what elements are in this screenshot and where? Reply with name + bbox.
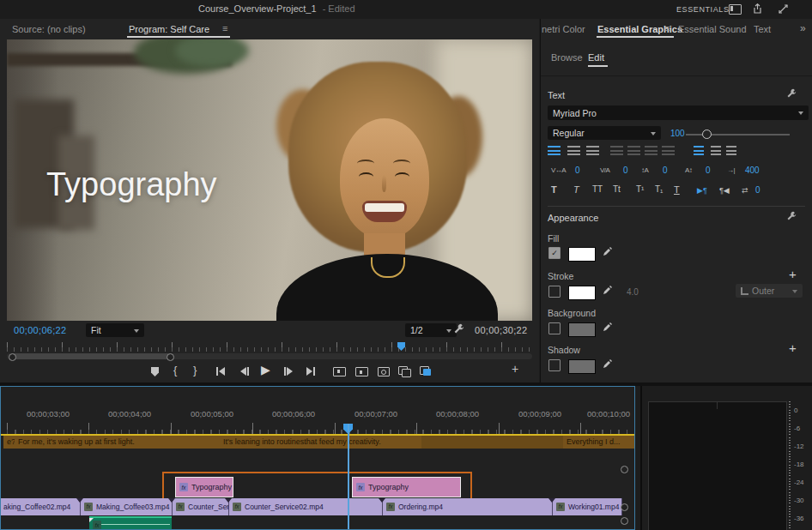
monitor-mini-ruler[interactable] xyxy=(7,342,532,352)
title-overlay-text[interactable]: Typography xyxy=(46,166,217,203)
add-marker-icon[interactable] xyxy=(151,367,159,376)
font-family-dropdown[interactable]: Myriad Pro xyxy=(548,105,809,120)
tab-width-value[interactable]: 400 xyxy=(745,166,760,175)
workspaces-icon[interactable] xyxy=(729,4,742,15)
left-to-right-text-icon[interactable]: ▶¶ xyxy=(697,186,707,195)
button-editor-add-icon[interactable]: + xyxy=(512,362,518,376)
export-frame-icon[interactable] xyxy=(378,367,390,376)
tracking-value[interactable]: 0 xyxy=(575,166,580,175)
zoom-level-dropdown[interactable]: Fit xyxy=(86,323,144,337)
caption-clip[interactable] xyxy=(421,436,566,449)
baseline-shift-value[interactable]: 0 xyxy=(706,166,711,175)
stroke-style-dropdown[interactable]: Outer xyxy=(736,284,803,298)
stroke-color-swatch[interactable] xyxy=(568,286,596,300)
justify-last-right-icon[interactable] xyxy=(645,146,657,155)
align-right-icon[interactable] xyxy=(586,146,599,155)
audio-level-line[interactable] xyxy=(101,524,170,525)
tsume-value[interactable]: 0 xyxy=(755,185,760,195)
comparison-view-icon[interactable] xyxy=(398,366,410,376)
underline-icon[interactable]: T xyxy=(674,184,680,195)
justify-last-center-icon[interactable] xyxy=(627,146,640,155)
mark-in-icon[interactable]: { xyxy=(173,364,177,376)
go-to-in-icon[interactable] xyxy=(216,367,225,376)
background-color-swatch[interactable] xyxy=(568,322,596,337)
caption-clip[interactable]: It's leaning into routinesthat feed my c… xyxy=(220,436,424,449)
current-timecode[interactable]: 00;00;06;22 xyxy=(14,325,66,335)
justify-last-left-icon[interactable] xyxy=(610,146,623,155)
program-video-frame[interactable]: Typography xyxy=(7,39,532,321)
right-to-left-text-icon[interactable]: ¶◀ xyxy=(719,186,730,195)
tab-text[interactable]: Text xyxy=(754,24,771,34)
more-panels-icon[interactable]: » xyxy=(800,22,806,34)
panel-menu-icon[interactable]: ≡ xyxy=(664,23,670,33)
video-clip[interactable]: fx Working01.mp4 xyxy=(553,498,622,515)
font-size-value[interactable]: 100 xyxy=(670,129,685,138)
appearance-settings-wrench-icon[interactable] xyxy=(786,211,797,221)
graphic-clip-typography[interactable]: fx Typography xyxy=(352,477,461,497)
superscript-icon[interactable]: T¹ xyxy=(636,184,644,194)
faux-bold-icon[interactable]: T xyxy=(551,184,557,195)
fill-eyedropper-icon[interactable] xyxy=(603,246,613,256)
fullscreen-icon[interactable] xyxy=(778,3,789,15)
all-caps-icon[interactable]: TT xyxy=(592,184,603,194)
track-scroll-handle[interactable] xyxy=(621,466,628,473)
leading-value[interactable]: 0 xyxy=(663,166,668,175)
tab-source-monitor[interactable]: Source: (no clips) xyxy=(12,24,86,34)
mark-out-icon[interactable]: } xyxy=(193,364,197,376)
small-caps-icon[interactable]: Tt xyxy=(613,184,621,194)
align-middle-icon[interactable] xyxy=(711,146,721,155)
add-stroke-icon[interactable]: + xyxy=(789,269,797,280)
tab-essential-sound[interactable]: Essential Sound xyxy=(678,24,747,34)
subtab-edit[interactable]: Edit xyxy=(588,52,604,63)
tab-lumetri-color[interactable]: netri Color xyxy=(542,24,585,34)
video-clip[interactable]: fx Counter_Servic xyxy=(173,498,229,515)
timeline-ruler[interactable] xyxy=(1,423,634,434)
playback-resolution-dropdown[interactable]: 1/2 xyxy=(405,323,457,337)
video-clip[interactable]: fx Ordering.mp4 xyxy=(383,498,553,515)
stroke-eyedropper-icon[interactable] xyxy=(603,285,613,295)
fill-color-swatch[interactable] xyxy=(568,247,596,262)
shadow-checkbox[interactable] xyxy=(548,359,561,371)
video-clip[interactable]: fx Making_Coffee03.mp4 xyxy=(81,498,173,515)
extract-icon[interactable] xyxy=(355,367,368,376)
stroke-checkbox[interactable] xyxy=(548,286,561,298)
video-clip[interactable]: aking_Coffee02.mp4 xyxy=(1,498,81,515)
caption-clip[interactable]: For me, it's waking up at first light. xyxy=(15,436,221,449)
text-settings-wrench-icon[interactable] xyxy=(786,88,797,99)
playhead-line[interactable] xyxy=(348,424,349,530)
go-to-out-icon[interactable] xyxy=(306,367,315,376)
subtab-browse[interactable]: Browse xyxy=(551,52,583,63)
stroke-width-value[interactable]: 4.0 xyxy=(627,287,639,297)
align-left-icon[interactable] xyxy=(548,146,561,155)
subscript-icon[interactable]: T₁ xyxy=(655,184,663,194)
font-size-slider-handle[interactable] xyxy=(702,129,712,139)
step-forward-icon[interactable] xyxy=(284,367,293,376)
shadow-color-swatch[interactable] xyxy=(568,359,596,374)
align-center-icon[interactable] xyxy=(567,146,580,155)
audio-clip[interactable]: fx xyxy=(89,516,172,530)
align-top-icon[interactable] xyxy=(694,146,704,155)
share-icon[interactable] xyxy=(752,3,763,15)
align-bottom-icon[interactable] xyxy=(726,146,736,155)
play-icon[interactable]: ▶ xyxy=(261,363,270,376)
caption-clip[interactable]: Everything I d... xyxy=(563,436,635,449)
background-checkbox[interactable] xyxy=(548,322,561,334)
track-scroll-handle[interactable] xyxy=(621,503,628,511)
track-scroll-handle[interactable] xyxy=(621,517,628,525)
kerning-value[interactable]: 0 xyxy=(623,166,628,175)
justify-all-icon[interactable] xyxy=(662,146,675,155)
lift-icon[interactable] xyxy=(333,367,346,376)
faux-italic-icon[interactable]: T xyxy=(573,184,579,195)
graphic-clip-typography[interactable]: fx Typography xyxy=(175,477,233,497)
font-style-dropdown[interactable]: Regular xyxy=(548,126,661,140)
multi-camera-view-icon[interactable] xyxy=(420,366,432,376)
panel-menu-icon[interactable]: ≡ xyxy=(222,23,227,33)
fill-checkbox[interactable]: ✓ xyxy=(548,247,561,259)
workspace-label[interactable]: ESSENTIALS xyxy=(676,5,730,14)
tab-program-monitor[interactable]: Program: Self Care xyxy=(129,24,209,34)
video-clip[interactable]: fx Counter_Service02.mp4 xyxy=(229,498,383,515)
background-eyedropper-icon[interactable] xyxy=(603,322,613,332)
monitor-scrollbar[interactable] xyxy=(7,353,532,359)
step-back-icon[interactable] xyxy=(240,367,249,376)
shadow-eyedropper-icon[interactable] xyxy=(603,358,613,369)
